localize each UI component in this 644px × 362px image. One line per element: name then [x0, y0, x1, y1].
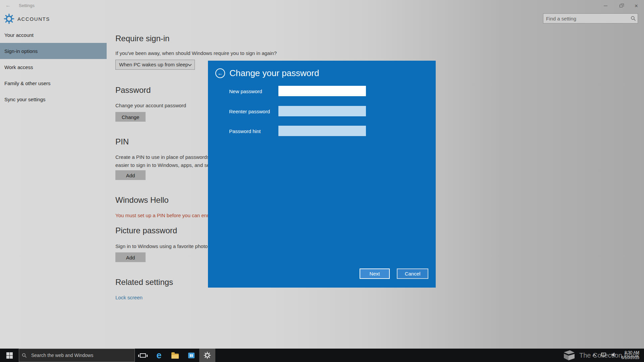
sidebar-item-label: Sign-in options — [4, 48, 38, 54]
sidebar-item-label: Sync your settings — [4, 97, 46, 102]
settings-taskbar-button[interactable] — [199, 349, 215, 362]
close-icon: × — [635, 3, 638, 9]
pin-add-button[interactable]: Add — [115, 170, 146, 180]
password-hint-label: Password hint — [229, 128, 261, 134]
windows-logo-icon — [6, 352, 13, 359]
settings-gear-icon — [4, 13, 14, 24]
minimize-button[interactable] — [598, 0, 613, 11]
password-heading: Password — [115, 85, 151, 95]
reenter-password-field[interactable] — [278, 106, 366, 116]
edge-taskbar-button[interactable]: e — [151, 349, 167, 362]
new-password-field[interactable] — [278, 86, 366, 96]
edge-icon: e — [156, 351, 161, 360]
pin-heading: PIN — [115, 137, 129, 146]
store-icon — [188, 353, 195, 358]
dialog-title: Change your password — [229, 68, 319, 78]
tray-chevron-up-icon[interactable] — [592, 354, 596, 358]
taskbar-search-input[interactable] — [29, 349, 135, 362]
taskbar-search-box[interactable] — [19, 349, 135, 362]
picture-password-description: Sign in to Windows using a favorite phot… — [115, 243, 208, 249]
volume-icon[interactable] — [611, 352, 616, 358]
search-icon — [19, 353, 29, 358]
restore-button[interactable] — [613, 0, 629, 11]
change-password-button[interactable]: Change — [115, 112, 146, 122]
windows-hello-heading: Windows Hello — [115, 195, 169, 205]
password-description: Change your account password — [115, 103, 186, 108]
taskbar: e 8:30 AM 6/1 — [0, 349, 644, 362]
related-settings-heading: Related settings — [115, 278, 173, 287]
cancel-button[interactable]: Cancel — [397, 268, 428, 279]
dialog-back-button[interactable]: ← — [215, 68, 225, 78]
clock-date: 6/10/2015 — [622, 355, 639, 360]
folder-icon — [171, 354, 179, 359]
close-button[interactable]: × — [629, 0, 644, 11]
titlebar-back-icon[interactable]: ← — [5, 2, 11, 8]
require-sign-in-question: If you've been away, when should Windows… — [115, 50, 277, 56]
taskbar-clock[interactable]: 8:30 AM 6/10/2015 — [622, 350, 639, 360]
minimize-icon — [604, 6, 607, 6]
find-setting-searchbox[interactable] — [543, 13, 638, 23]
store-taskbar-button[interactable] — [183, 349, 199, 362]
system-tray: 8:30 AM 6/10/2015 — [593, 350, 644, 360]
chevron-down-icon — [188, 62, 192, 66]
picture-password-heading: Picture password — [115, 226, 177, 235]
window-title: Settings — [19, 3, 35, 8]
start-button[interactable] — [0, 349, 19, 362]
change-password-dialog: ← Change your password New password Reen… — [208, 61, 436, 288]
sidebar-item-label: Work access — [4, 64, 33, 70]
next-button[interactable]: Next — [360, 268, 390, 279]
dropdown-value: When PC wakes up from sleep — [119, 62, 188, 67]
reenter-password-label: Reenter password — [229, 109, 270, 114]
task-view-button[interactable] — [135, 349, 151, 362]
require-sign-in-dropdown[interactable]: When PC wakes up from sleep — [115, 60, 195, 70]
picture-password-add-button[interactable]: Add — [115, 252, 146, 262]
sidebar-item-family-other-users[interactable]: Family & other users — [0, 75, 107, 91]
network-icon[interactable] — [601, 352, 606, 358]
window-controls: × — [598, 0, 644, 11]
clock-time: 8:30 AM — [622, 350, 639, 355]
sidebar-item-label: Family & other users — [4, 80, 51, 86]
sidebar: Your account Sign-in options Work access… — [0, 27, 107, 107]
back-arrow-icon: ← — [218, 70, 223, 76]
new-password-label: New password — [229, 88, 262, 94]
task-view-icon — [140, 353, 146, 358]
sidebar-item-your-account[interactable]: Your account — [0, 27, 107, 43]
sidebar-item-sync-your-settings[interactable]: Sync your settings — [0, 91, 107, 107]
gear-icon — [204, 352, 211, 359]
sidebar-item-label: Your account — [4, 32, 34, 38]
search-icon — [629, 16, 638, 21]
page-title: ACCOUNTS — [17, 16, 50, 22]
sidebar-item-sign-in-options[interactable]: Sign-in options — [0, 43, 107, 59]
screen: ← Settings × ACCOUNT — [0, 0, 644, 362]
password-hint-field[interactable] — [278, 126, 366, 136]
require-sign-in-heading: Require sign-in — [115, 34, 169, 43]
lock-screen-link[interactable]: Lock screen — [115, 295, 143, 300]
sidebar-item-work-access[interactable]: Work access — [0, 59, 107, 75]
file-explorer-taskbar-button[interactable] — [167, 349, 183, 362]
restore-icon — [620, 5, 623, 7]
find-setting-input[interactable] — [543, 14, 629, 23]
